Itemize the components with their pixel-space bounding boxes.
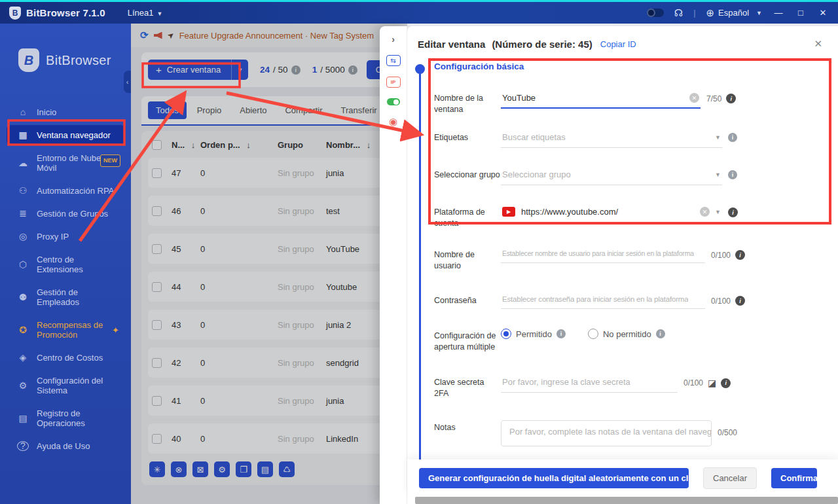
close-square-button[interactable]: ⊠ (192, 461, 208, 477)
table-row[interactable]: 430Sin grupojunia 2∞junia (148, 310, 407, 340)
dialog-close-icon[interactable]: ✕ (814, 38, 822, 50)
sidebar-collapse-handle[interactable]: ‹ (124, 71, 131, 93)
archive-button[interactable]: ▤ (257, 461, 273, 477)
row-checkbox[interactable] (152, 206, 162, 216)
table-row[interactable]: 470Sin grupojunia∞junia (148, 158, 407, 188)
toggle-icon[interactable] (387, 98, 400, 105)
tab-compartir[interactable]: Compartir (277, 101, 330, 119)
sidebar-item-inicio[interactable]: ⌂Inicio (7, 102, 124, 122)
info-icon[interactable]: i (348, 65, 357, 75)
sort-icon[interactable]: ↓ (189, 140, 195, 150)
sidebar-item-entorno-de-nube-m-vil[interactable]: ☁Entorno de Nube MóvilNEW (7, 148, 124, 178)
row-order: 0 (200, 206, 278, 216)
tab-todos[interactable]: Todos (148, 101, 187, 119)
minimize-button[interactable]: — (773, 8, 784, 18)
window-name-input[interactable]: YouTube ✕ (501, 91, 701, 109)
info-icon[interactable]: i (556, 329, 566, 338)
row-checkbox[interactable] (152, 434, 162, 444)
sort-icon[interactable]: ↓ (364, 140, 371, 150)
info-icon[interactable]: i (728, 133, 737, 142)
info-icon[interactable]: i (728, 207, 738, 217)
notes-textarea[interactable]: Por favor, complete las notas de la vent… (501, 420, 712, 446)
refresh-icon[interactable]: ⟳ (140, 29, 149, 41)
sort-icon[interactable]: ↓ (244, 140, 251, 150)
row-checkbox[interactable] (152, 168, 162, 178)
scan-image-icon[interactable]: ◪ (708, 378, 716, 388)
table-row[interactable]: 400Sin grupoLinkedIninlinke (148, 423, 407, 454)
tab-transferir[interactable]: Transferir (333, 101, 385, 119)
close-window-button[interactable]: ✕ (817, 8, 829, 18)
radio-unselected-icon[interactable] (588, 329, 598, 339)
twofa-input[interactable]: Por favor, ingrese la clave secreta (501, 375, 678, 393)
delete-button[interactable]: ♺ (279, 461, 295, 477)
password-input[interactable]: Establecer contraseña para iniciar sesió… (501, 293, 705, 309)
language-selector[interactable]: ⊕Español▼ (706, 7, 762, 19)
proxy-ip-icon[interactable]: IP (386, 77, 401, 88)
row-group: Sin grupo (278, 358, 326, 368)
theme-toggle[interactable] (647, 9, 664, 17)
create-window-button[interactable]: +Crear ventana ▼ (148, 60, 248, 80)
clear-icon[interactable]: ✕ (700, 207, 710, 217)
sidebar-item-centro-de-costos[interactable]: ◈Centro de Costos (7, 348, 124, 368)
toolbar: +Crear ventana ▼ 24/ 50 i 1/ 5000 i Car (141, 52, 407, 87)
table-row[interactable]: 410Sin grupojunia∞junia (148, 386, 407, 416)
tags-select[interactable]: Buscar etiquetas ▼ (501, 130, 722, 148)
sidebar-item-ventana-navegador[interactable]: ▦Ventana navegador (7, 125, 124, 145)
support-headset-icon[interactable]: ☊ (674, 7, 683, 19)
table-row[interactable]: 450Sin grupoYouTube▶yout (148, 234, 407, 264)
profile-settings-icon[interactable]: ⇆ (386, 55, 401, 66)
table-row[interactable]: 440Sin grupoYoutube∞prox (148, 272, 407, 302)
line-selector[interactable]: Línea1▼ (128, 8, 163, 18)
close-circle-button[interactable]: ⊗ (171, 461, 187, 477)
radio-allowed[interactable]: Permitido i (501, 329, 566, 339)
table-row[interactable]: 460Sin grupotestffaceb (148, 196, 407, 226)
sidebar-item-proxy-ip[interactable]: ◎Proxy IP (7, 226, 124, 247)
sidebar-item-ayuda-de-uso[interactable]: ?Ayuda de Uso (7, 436, 124, 456)
table-row[interactable]: 420Sin gruposendgrid∞login (148, 348, 407, 378)
refresh-cache-button[interactable]: ✳ (149, 461, 165, 477)
info-icon[interactable]: i (735, 296, 745, 306)
cancel-button[interactable]: Cancelar (703, 467, 757, 489)
sidebar-item-recompensas-de-promoci-n[interactable]: ✪Recompensas de Promoción✦ (7, 315, 124, 345)
clear-icon[interactable]: ✕ (689, 93, 699, 103)
info-icon[interactable]: i (735, 250, 745, 260)
info-icon[interactable]: i (656, 329, 665, 338)
sidebar-item-gesti-n-de-empleados[interactable]: ⚉Gestión de Empleados (7, 282, 124, 312)
confirm-button[interactable]: Confirmar (771, 468, 817, 488)
group-select[interactable]: Seleccionar grupo ▼ (501, 168, 722, 185)
select-all-checkbox[interactable] (152, 140, 162, 150)
generate-fingerprint-button[interactable]: Generar configuración de huella digital … (419, 468, 689, 488)
info-icon[interactable]: i (728, 170, 737, 179)
tab-abierto[interactable]: Abierto (232, 101, 274, 119)
sidebar-item-automatizaci-n-rpa[interactable]: ⚇Automatización RPA (7, 181, 124, 201)
copy-id-link[interactable]: Copiar ID (600, 39, 636, 49)
row-checkbox[interactable] (152, 358, 162, 368)
row-checkbox[interactable] (152, 320, 162, 330)
row-checkbox[interactable] (152, 244, 162, 254)
radio-selected-icon[interactable] (501, 329, 511, 339)
sidebar-item-registro-de-operaciones[interactable]: ▤Registro de Operaciones (7, 403, 124, 433)
sidebar-item-gesti-n-de-grupos[interactable]: ≣Gestión de Grupos (7, 204, 124, 224)
tab-propio[interactable]: Propio (189, 101, 230, 119)
info-icon[interactable]: i (291, 65, 301, 75)
rpa-robot-button[interactable]: ⚙ (214, 461, 230, 477)
info-icon[interactable]: i (726, 94, 736, 103)
info-icon[interactable]: i (721, 378, 731, 388)
fingerprint-icon[interactable]: ◉ (389, 116, 397, 128)
row-checkbox[interactable] (152, 282, 162, 292)
sidebar-item-label: Proxy IP (37, 232, 117, 242)
sidebar-item-centro-de-extensiones[interactable]: ⬡Centro de Extensiones (7, 249, 124, 279)
platform-select[interactable]: ▶ https://www.youtube.com/ ✕ ▼ (501, 205, 722, 223)
new-window-button[interactable]: ❐ (236, 461, 251, 477)
horizontal-scrollbar[interactable] (415, 497, 838, 504)
announcement-bar[interactable]: ⟳ ➤ Feature Upgrade Announcement · New T… (131, 24, 407, 47)
expand-panel-arrow[interactable]: › (392, 34, 395, 45)
maximize-button[interactable]: □ (795, 8, 807, 18)
radio-not-allowed[interactable]: No permitido i (588, 329, 665, 339)
field-window-name: Nombre de la ventana YouTube ✕ 7/50 i (434, 91, 831, 115)
create-window-dropdown[interactable]: ▼ (231, 60, 248, 80)
username-input[interactable]: Establecer nombre de usuario para inicia… (501, 247, 705, 263)
row-checkbox[interactable] (152, 396, 162, 406)
column-header: Orden p... ↓ (200, 140, 278, 150)
sidebar-item-configuraci-n-del-sistema[interactable]: ⚙Configuración del Sistema (7, 370, 124, 401)
